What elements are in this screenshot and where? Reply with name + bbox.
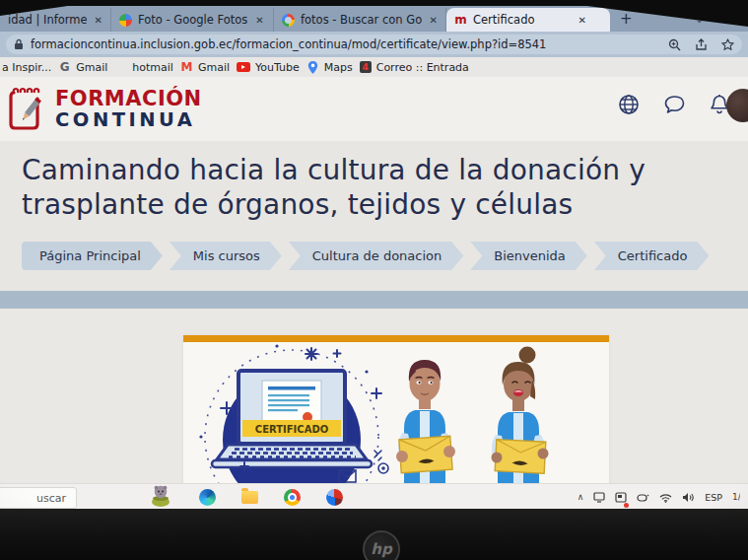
google-g-icon: G [58,61,71,74]
laptop-bezel: hp [0,509,748,560]
woman-figure [492,347,549,484]
wifi-icon[interactable] [659,488,672,507]
course-hero: Caminando hacia la cultura de la donació… [0,141,748,291]
page-content: CERTIFICADO [0,309,748,483]
laptop-photo: idad | Informes Mens ✕ Foto - Google Fot… [0,0,748,560]
pen-tray-icon[interactable] [637,488,649,507]
bookmark-label: a Inspir... [2,61,51,74]
browser-toolbar: formacioncontinua.inclusion.gob.ec/forma… [0,32,748,57]
tab-label: idad | Informes Mens [8,13,87,27]
tab-google-search[interactable]: fotos - Buscar con Google ✕ [274,8,446,32]
tab-google-fotos[interactable]: Foto - Google Fotos ✕ [111,8,274,32]
bookmark-gmail-1[interactable]: G Gmail [58,61,107,74]
tray-expand-chevron-icon[interactable]: ∧ [578,492,584,502]
volume-icon[interactable] [682,488,695,507]
hero-bottom-band [0,291,748,309]
bookmark-hotmail[interactable]: hotmail [114,61,173,74]
notification-tray-icon[interactable] [615,488,627,507]
bookmark-label: Gmail [198,61,230,74]
lock-icon[interactable] [14,38,24,50]
hamster-widget-icon[interactable] [148,481,173,507]
hp-logo: hp [363,530,400,560]
chrome-icon[interactable] [284,489,301,506]
logo-line2: CONTINUA [55,110,202,130]
tab-label: Foto - Google Fotos [138,13,247,27]
bookmark-label: YouTube [255,61,300,74]
tab-certificado[interactable]: m Certificado ✕ [446,8,610,32]
bookmark-label: hotmail [132,61,173,74]
tab-label: fotos - Buscar con Google [301,13,422,27]
google-g-icon [282,14,295,27]
google-photos-icon [119,14,132,27]
certificate-illustration: CERTIFICADO [183,342,609,483]
bookmark-star-icon[interactable] [721,38,734,51]
man-figure [396,360,455,483]
breadcrumb-cultura-de-donacion[interactable]: Cultura de donacion [289,242,463,270]
tab-label: Certificado [473,13,535,27]
messages-bubble-icon[interactable] [662,93,687,120]
zoom-icon[interactable] [668,38,681,51]
breadcrumb-pagina-principal[interactable]: Página Principal [22,242,163,270]
display-tray-icon[interactable] [593,488,605,507]
new-tab-button[interactable]: + [620,10,633,28]
bookmark-maps[interactable]: Maps [306,61,353,74]
gmail-m-icon: M [180,61,193,74]
certificate-badge-label: CERTIFICADO [255,424,328,435]
breadcrumb-certificado[interactable]: Certificado [594,242,710,270]
breadcrumb-bienvenida[interactable]: Bienvenida [470,242,587,270]
youtube-icon [237,62,250,72]
close-icon[interactable]: ✕ [578,15,586,26]
bookmark-label: Maps [324,61,353,74]
mail-icon: 4 [360,61,372,73]
pinwheel-app-icon[interactable] [326,489,343,506]
bookmarks-bar: a Inspir... G Gmail hotmail M Gmail YouT… [0,57,748,77]
url-bar[interactable]: formacioncontinua.inclusion.gob.ec/forma… [6,35,742,54]
close-icon[interactable]: ✕ [255,15,263,26]
bookmark-correo[interactable]: 4 Correo :: Entrada [360,61,469,74]
bookmark-inspir[interactable]: a Inspir... [2,61,51,74]
taskbar-search-box[interactable]: uscar [0,487,77,509]
file-explorer-icon[interactable] [241,491,258,504]
maps-pin-icon [306,61,319,74]
url-text[interactable]: formacioncontinua.inclusion.gob.ec/forma… [31,37,660,51]
bookmark-gmail-2[interactable]: M Gmail [180,61,230,74]
language-globe-icon[interactable] [617,93,641,120]
site-header: FORMACIÓN CONTINUA [0,77,748,141]
logo-line1: FORMACIÓN [55,89,202,109]
bookmark-label: Gmail [76,61,107,74]
clock-partial[interactable]: 1/ [732,492,740,502]
course-title-line1: Caminando hacia la cultura de la donació… [22,154,646,188]
breadcrumb-mis-cursos[interactable]: Mis cursos [170,242,282,270]
breadcrumb: Página Principal Mis cursos Cultura de d… [22,242,709,270]
site-favicon-icon: m [454,14,467,27]
share-icon[interactable] [695,38,708,51]
edge-icon[interactable] [199,489,216,506]
bookmark-youtube[interactable]: YouTube [237,61,300,74]
bookmark-label: Correo :: Entrada [376,61,469,74]
windows-taskbar: uscar ∧ [0,483,748,510]
screen: idad | Informes Mens ✕ Foto - Google Fot… [0,0,748,560]
search-placeholder-text: uscar [36,492,66,505]
course-title-line2: trasplante de órganos, tejidos y células [22,188,646,223]
certificate-card: CERTIFICADO [183,335,609,490]
close-icon[interactable]: ✕ [95,15,102,26]
site-logo[interactable]: FORMACIÓN CONTINUA [8,85,202,134]
microsoft-icon [114,61,127,74]
language-indicator[interactable]: ESP [705,492,722,503]
course-title: Caminando hacia la cultura de la donació… [22,154,646,222]
notebook-pencil-icon [8,85,47,134]
close-icon[interactable]: ✕ [430,15,438,26]
